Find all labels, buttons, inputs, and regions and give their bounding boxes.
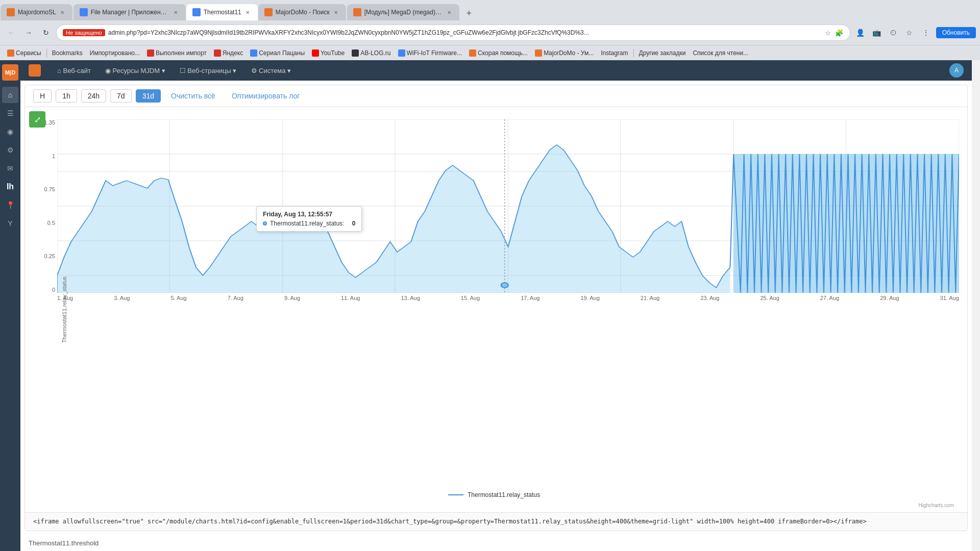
right-scrollbar[interactable] [972,60,980,551]
cast-icon[interactable]: 📺 [870,26,884,40]
tab-majordomosl[interactable]: MajordomoSL ✕ [1,4,72,20]
chart-tooltip: Friday, Aug 13, 12:55:57 Thermostat11.re… [256,206,362,232]
address-field[interactable]: Не защищено admin.php?pd=Y2xhc3NIczp7aWQ… [56,24,850,41]
bookmark-majordo[interactable]: MajorDoMo - Ум... [532,48,597,58]
address-text: admin.php?pd=Y2xhc3NIczp7aWQ9NjlsdmIId19… [108,29,820,36]
bookmark-serial[interactable]: Сериал Пацаны [247,48,308,58]
menu-icon[interactable]: ⋮ [919,26,933,40]
tab-favicon-5 [353,8,361,16]
bottom-placeholder: Thermostat11.threshold [20,535,972,551]
clear-all-button[interactable]: Очистить всё [165,90,222,102]
time-btn-31d[interactable]: 31d [136,89,161,103]
user-avatar[interactable]: A [949,63,964,78]
bookmark-youtube[interactable]: YouTube [309,48,348,58]
x-label-21aug: 21. Aug [641,295,659,301]
x-label-7aug: 7. Aug [228,295,243,301]
bookmark-import1[interactable]: Импортировано... [87,48,143,58]
bookmark-label-instagram: Instagram [601,49,628,57]
history-icon[interactable]: ⏲ [886,26,900,40]
time-btn-h[interactable]: H [33,89,52,103]
bookmark-other[interactable]: Другие закладки [636,48,689,58]
tab-title-5: [Модуль] MegaD (megad) - C... [364,9,443,16]
nav-webpages[interactable]: ☐ Веб-страницы ▾ [174,64,243,78]
toolbar-icons: 👤 📺 ⏲ ☆ ⋮ [853,26,933,40]
tab-close-3[interactable]: ✕ [243,8,252,16]
bookmark-import2[interactable]: Выполнен импорт [144,48,210,58]
thermostat-threshold-label: Thermostat11.threshold [29,539,99,547]
sidebar-icon-6[interactable]: Y [2,215,18,232]
tooltip-value-row: Thermostat11.relay_status: 0 [263,220,355,227]
star-icon[interactable]: ☆ [823,28,832,37]
bookmark-reading[interactable]: Список для чтени... [690,48,751,58]
bookmark-ablog[interactable]: AB-LOG.ru [349,48,394,58]
bookmark-icon[interactable]: ☆ [902,26,917,40]
bookmark-servisy[interactable]: Сервисы [4,48,44,58]
bookmark-label-servisy: Сервисы [16,49,41,57]
bookmark-label-reading: Список для чтени... [693,49,748,57]
legend-line [448,494,463,495]
tooltip-date: Friday, Aug 13, 12:55:57 [263,211,355,218]
tab-majordomo-search[interactable]: MajorDoMo - Поиск ✕ [258,4,346,20]
sidebar-icon-home[interactable]: ⌂ [2,87,18,103]
sidebar-icon-label[interactable]: Ih [2,179,18,195]
address-icons: ☆ 🧩 [823,28,844,37]
x-label-9aug: 9. Aug [284,295,300,301]
tab-title-2: File Manager | Приложения |... [91,9,169,16]
forward-button[interactable]: → [21,26,36,40]
new-tab-button[interactable]: + [462,6,476,20]
bookmark-wifi[interactable]: WiFi-IoT Firmware... [395,48,465,58]
tab-bar: MajordomoSL ✕ File Manager | Приложения … [0,0,980,20]
reload-button[interactable]: ↻ [39,26,53,40]
time-btn-24h[interactable]: 24h [81,89,106,103]
sidebar-icon-1[interactable]: ☰ [2,105,18,121]
extensions-icon[interactable]: 🧩 [835,28,844,37]
x-label-31aug: 31. Aug [940,295,959,301]
legend-label: Thermostat11.relay_status [468,491,540,498]
back-button[interactable]: ← [4,26,18,40]
optimize-log-button[interactable]: Оптимизировать лог [226,90,306,102]
y-val-05: 0.5 [33,220,55,226]
tab-title-4: MajorDoMo - Поиск [276,9,330,16]
bookmark-yandex[interactable]: Яндекс [211,48,246,58]
tab-close-5[interactable]: ✕ [445,8,453,16]
time-filter-bar: H 1h 24h 7d 31d Очистить всё Оптимизиров… [25,85,967,107]
x-label-5aug: 5. Aug [170,295,186,301]
top-nav-right: A [949,63,964,78]
bookmark-icon-ablog [352,49,359,57]
profile-icon[interactable]: 👤 [853,26,868,40]
sidebar-icon-4[interactable]: ✉ [2,160,18,177]
bookmark-label-wifi: WiFi-IoT Firmware... [407,49,462,57]
fullscreen-button[interactable]: ⤢ [29,111,45,128]
y-val-0: 0 [33,287,55,293]
nav-resources[interactable]: ◉ Ресурсы МJDM ▾ [99,64,172,78]
tab-favicon-1 [7,8,15,16]
sidebar-logo: MjD [2,64,18,81]
tab-filemanager[interactable]: File Manager | Приложения |... ✕ [74,4,186,20]
insecure-label: Не защищено [63,29,105,36]
tab-close-4[interactable]: ✕ [332,8,340,16]
bookmark-instagram[interactable]: Instagram [598,48,631,58]
time-btn-1h[interactable]: 1h [56,89,77,103]
tab-close-1[interactable]: ✕ [58,8,66,16]
page-content: H 1h 24h 7d 31d Очистить всё Оптимизиров… [20,81,972,551]
bookmark-icon-servisy [7,49,14,57]
y-axis-label: Thermostat11.relay_status [61,277,67,343]
nav-system[interactable]: ⚙ Система ▾ [245,64,298,78]
sidebar-icon-3[interactable]: ⚙ [2,142,18,158]
tab-megad[interactable]: [Модуль] MegaD (megad) - C... ✕ [347,4,459,20]
sidebar-icon-2[interactable]: ◉ [2,123,18,140]
update-button[interactable]: Обновить [936,27,976,38]
time-btn-7d[interactable]: 7d [110,89,132,103]
bookmark-label-other: Другие закладки [639,49,686,57]
x-label-23aug: 23. Aug [700,295,719,301]
tab-thermostat[interactable]: Thermostat11 ✕ [186,4,258,20]
iframe-code-text: <iframe allowfullscreen="true" src="/mod… [33,518,867,525]
bookmark-icon-wifi [398,49,405,57]
sidebar-icon-5[interactable]: 📍 [2,197,18,213]
bookmark-bookmarks[interactable]: Bookmarks [49,48,86,58]
bookmark-label-majordo: MajorDoMo - Ум... [544,49,594,57]
bookmark-skoraya[interactable]: Скорая помощь... [466,48,531,58]
tab-close-2[interactable]: ✕ [172,8,180,16]
chart-legend: Thermostat11.relay_status [29,489,959,503]
nav-website[interactable]: ⌂ Веб-сайт [51,64,97,78]
